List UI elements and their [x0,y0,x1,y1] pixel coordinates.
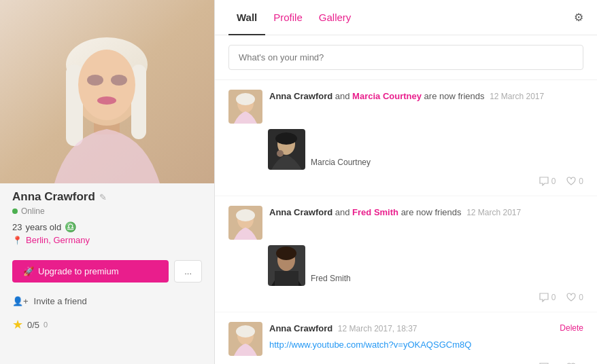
comment-count-2: 0 [551,293,556,302]
rocket-icon: 🚀 [23,266,34,276]
svg-point-22 [276,247,296,260]
profile-photo [0,0,214,183]
heart-icon [566,177,576,186]
feed-text-2: Anna Crawford and Fred Smith are now fri… [269,206,583,219]
more-button[interactable]: ... [174,260,202,283]
upgrade-label: Upgrade to premium [38,266,119,276]
tabs-bar: Wall Profile Gallery ⚙ [215,0,597,35]
age-value: 23 [12,222,22,232]
avatar-anna-1[interactable] [228,90,262,124]
feed-event-text: are now friends [424,91,485,101]
star-icon[interactable]: ★ [12,317,23,332]
feed-timestamp-2: 12 March 2017 [466,208,521,217]
comment-count-1: 0 [551,177,556,186]
invite-friend-button[interactable]: 👤+ Invite a friend [0,291,214,312]
online-dot [12,208,18,214]
feed-actions-2: 0 0 [228,293,583,302]
feed-item: Anna Crawford and Fred Smith are now fri… [215,196,597,312]
svg-point-15 [275,132,297,145]
feed-event-text-2: are now friends [401,207,462,217]
tab-profile[interactable]: Profile [265,1,311,35]
edit-icon[interactable]: ✎ [99,192,107,202]
right-panel: Wall Profile Gallery ⚙ Anna Crawford [214,0,597,364]
feed-user1-link[interactable]: Anna Crawford [269,91,332,101]
user-name: Anna Crawford [12,190,95,204]
svg-point-9 [97,96,116,105]
settings-icon[interactable]: ⚙ [574,11,583,24]
svg-point-12 [236,93,255,105]
tab-wall[interactable]: Wall [228,1,265,35]
heart-icon [566,293,576,302]
feed-scroll: Anna Crawford and Marcia Courtney are no… [215,80,597,364]
feed-user-link-3[interactable]: Anna Crawford [269,323,332,333]
delete-link[interactable]: Delete [560,322,583,334]
age-label: years old [25,222,61,232]
rating-fraction: 0/5 [27,320,39,330]
feed-timestamp-3: 12 March 2017, 18:37 [338,324,417,333]
location-pin-icon: 📍 [12,236,22,245]
location-link[interactable]: Berlin, Germany [26,235,90,245]
user-info: Anna Crawford ✎ Online 23 years old ♎ 📍 … [0,183,214,252]
feed-input-area [215,35,597,80]
feed-timestamp-1: 12 March 2017 [490,92,544,101]
comment-action-1[interactable]: 0 [539,177,556,186]
avatar-fred[interactable] [268,245,305,286]
user-name-row: Anna Crawford ✎ [12,190,202,204]
tab-gallery[interactable]: Gallery [311,1,360,35]
feed-user2-link-2[interactable]: Fred Smith [352,207,398,217]
like-action-1[interactable]: 0 [566,177,583,186]
online-label: Online [21,206,45,216]
online-status: Online [12,206,202,216]
invite-icon: 👤+ [12,296,29,306]
like-count-2: 0 [579,293,583,302]
feed-text-3: Anna Crawford 12 March 2017, 18:37 Delet… [269,322,583,351]
svg-point-26 [236,325,255,338]
svg-point-19 [236,209,255,221]
avatar-marcia[interactable] [268,129,305,170]
feed-user2-link[interactable]: Marcia Courtney [352,91,422,101]
feed-user1-link-2[interactable]: Anna Crawford [269,207,332,217]
post-link[interactable]: http://www.youtube.com/watch?v=yOKAQSGCm… [269,338,583,352]
friend-preview-name-marcia: Marcia Courtney [311,158,371,170]
like-count-1: 0 [579,177,583,186]
what-on-mind-input[interactable] [228,45,583,70]
upgrade-premium-button[interactable]: 🚀 Upgrade to premium [12,260,169,283]
friend-preview-name-fred: Fred Smith [311,274,351,286]
action-buttons: 🚀 Upgrade to premium ... [0,252,214,291]
svg-point-7 [87,75,103,86]
friend-preview-2: Fred Smith [268,245,583,286]
avatar-anna-3[interactable] [228,322,262,356]
rating-count: 0 [44,321,48,329]
svg-point-8 [111,75,127,86]
feed-item-header: Anna Crawford 12 March 2017, 18:37 Delet… [228,322,583,356]
feed-item-header: Anna Crawford and Marcia Courtney are no… [228,90,583,124]
left-panel: Anna Crawford ✎ Online 23 years old ♎ 📍 … [0,0,214,364]
feed-item: Anna Crawford 12 March 2017, 18:37 Delet… [215,312,597,364]
comment-icon [539,177,549,186]
user-age: 23 years old ♎ [12,221,202,232]
comment-icon [539,293,549,302]
feed-item: Anna Crawford and Marcia Courtney are no… [215,80,597,196]
feed-item-header: Anna Crawford and Fred Smith are now fri… [228,206,583,240]
user-location: 📍 Berlin, Germany [12,235,202,245]
svg-point-6 [78,50,135,120]
like-action-2[interactable]: 0 [566,293,583,302]
rating-row: ★ 0/5 0 [0,312,214,338]
zodiac-icon: ♎ [65,221,76,232]
svg-point-16 [277,150,284,157]
feed-actions-1: 0 0 [228,177,583,186]
friend-preview-1: Marcia Courtney [268,129,583,170]
invite-label: Invite a friend [34,296,87,306]
comment-action-2[interactable]: 0 [539,293,556,302]
feed-text-1: Anna Crawford and Marcia Courtney are no… [269,90,583,103]
svg-rect-23 [275,271,298,286]
avatar-anna-2[interactable] [228,206,262,240]
